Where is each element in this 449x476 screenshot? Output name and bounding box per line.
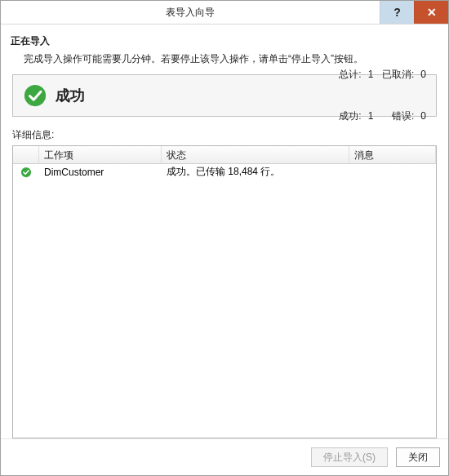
- stat-success-value: 1: [368, 109, 374, 123]
- window-close-button[interactable]: ✕: [414, 1, 448, 24]
- titlebar: 表导入向导 ? ✕: [1, 1, 448, 24]
- body-section: 成功 总计: 1 已取消: 0 成功: 1 错误: 0 详细信息:: [1, 66, 448, 438]
- row-status: 成功。已传输 18,484 行。: [162, 165, 349, 179]
- import-wizard-window: 表导入向导 ? ✕ 正在导入 完成导入操作可能需要几分钟。若要停止该导入操作，请…: [1, 1, 448, 475]
- row-work-item: DimCustomer: [39, 167, 162, 178]
- stat-success-label: 成功:: [337, 109, 362, 123]
- row-status-icon-cell: [13, 166, 39, 178]
- grid-header-icon-col[interactable]: [13, 146, 39, 163]
- stat-error-value: 0: [420, 109, 426, 123]
- stop-import-button: 停止导入(S): [311, 447, 388, 467]
- grid-header: 工作项 状态 消息: [13, 146, 436, 164]
- svg-point-1: [21, 167, 31, 177]
- success-check-icon: [20, 167, 32, 178]
- stat-error-label: 错误:: [380, 109, 414, 123]
- status-title: 成功: [56, 86, 337, 105]
- stat-total-value: 1: [368, 68, 374, 82]
- table-row[interactable]: DimCustomer 成功。已传输 18,484 行。: [13, 164, 436, 180]
- help-icon: ?: [393, 6, 401, 19]
- stat-total-label: 总计:: [337, 68, 362, 82]
- status-panel: 成功 总计: 1 已取消: 0 成功: 1 错误: 0: [12, 74, 437, 117]
- stat-cancelled-value: 0: [420, 68, 426, 82]
- details-grid: 工作项 状态 消息 DimCustomer 成功。已传输: [12, 145, 437, 438]
- close-button[interactable]: 关闭: [396, 447, 440, 467]
- details-label: 详细信息:: [12, 128, 437, 142]
- svg-point-0: [24, 85, 46, 106]
- close-icon: ✕: [427, 6, 437, 19]
- success-check-icon: [23, 83, 47, 108]
- stat-cancelled-label: 已取消:: [380, 68, 414, 82]
- help-button[interactable]: ?: [380, 1, 414, 24]
- footer: 停止导入(S) 关闭: [1, 438, 448, 475]
- window-title: 表导入向导: [1, 1, 380, 24]
- grid-header-work-item[interactable]: 工作项: [39, 146, 162, 163]
- grid-header-status[interactable]: 状态: [162, 146, 349, 163]
- grid-header-message[interactable]: 消息: [349, 146, 436, 163]
- grid-body: DimCustomer 成功。已传输 18,484 行。: [13, 164, 436, 438]
